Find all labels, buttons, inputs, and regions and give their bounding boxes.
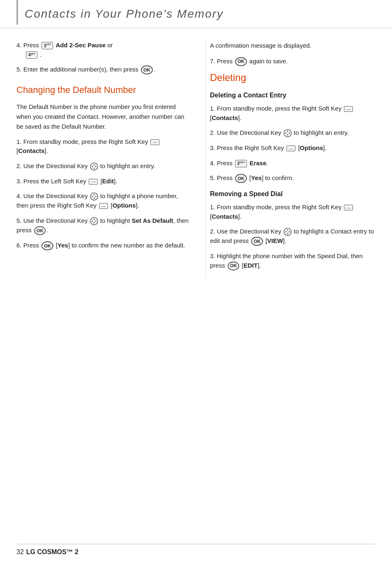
removing-speed-dial-steps: 1. From standby mode, press the Right So… xyxy=(210,203,376,270)
right-soft-key-icon xyxy=(344,106,353,112)
right-soft-key-icon xyxy=(150,139,159,145)
step-item: 4. Use the Directional Key to highlight … xyxy=(16,192,189,210)
yes-label: Yes xyxy=(58,242,68,249)
page-header: Contacts in Your Phone's Memory xyxy=(0,0,392,28)
svg-marker-16 xyxy=(287,130,288,132)
deleting-contact-heading: Deleting a Contact Entry xyxy=(210,92,376,99)
page-container: Contacts in Your Phone's Memory 4. Press… xyxy=(0,0,392,564)
body-text-default-number: The Default Number is the phone number y… xyxy=(16,102,189,132)
step-item: 3. Press the Right Soft Key [Options]. xyxy=(210,143,376,153)
changing-default-steps: 1. From standby mode, press the Right So… xyxy=(16,137,189,250)
step-num: 1. xyxy=(16,138,22,145)
svg-marker-12 xyxy=(93,222,95,224)
step-num: 1. xyxy=(210,105,215,112)
yes-label: Yes xyxy=(251,174,262,181)
deleting-heading: Deleting xyxy=(210,72,376,83)
set-as-default-label: Set As Default xyxy=(131,217,173,224)
edit-label: Edit xyxy=(102,178,114,185)
contacts-label: Contacts xyxy=(212,114,238,121)
intro-steps: 4. Press 3def Add 2-Sec Pause or 4ghi . … xyxy=(16,41,189,74)
step-num: 3. xyxy=(16,178,22,185)
svg-marker-13 xyxy=(91,220,93,222)
step-item: 3. Highlight the phone number with the S… xyxy=(210,252,376,270)
step-item: 2. Use the Directional Key to highlight … xyxy=(16,162,189,171)
deleting-contact-steps: 1. From standby mode, press the Right So… xyxy=(210,104,376,183)
right-soft-key-icon xyxy=(286,146,295,151)
right-soft-key-icon xyxy=(99,203,108,209)
contacts-label: Contacts xyxy=(212,213,238,220)
svg-marker-23 xyxy=(285,231,286,233)
ok-button-icon: OK xyxy=(34,226,46,235)
key-3def-icon: 3def xyxy=(42,42,53,49)
step-num: 2. xyxy=(16,162,22,169)
svg-marker-7 xyxy=(93,198,95,199)
key-2abc-icon: 2abc xyxy=(235,160,247,167)
svg-marker-17 xyxy=(287,134,288,136)
step-num: 3. xyxy=(210,252,215,259)
svg-marker-3 xyxy=(91,166,93,167)
ok-button-icon: OK xyxy=(251,237,263,246)
options-label: Options xyxy=(113,202,136,209)
left-column: 4. Press 3def Add 2-Sec Pause or 4ghi . … xyxy=(16,41,197,278)
ok-button-icon: OK xyxy=(235,174,247,183)
step-num: 3. xyxy=(210,144,215,151)
svg-marker-11 xyxy=(93,218,95,220)
step-num: 6. xyxy=(16,242,22,249)
right-column: A confirmation message is displayed. 7. … xyxy=(205,41,376,278)
step-item: 3. Press the Left Soft Key [Edit]. xyxy=(16,177,189,186)
brand-name: LG COSMOS™ 2 xyxy=(26,548,78,556)
content-wrapper: 4. Press 3def Add 2-Sec Pause or 4ghi . … xyxy=(0,41,392,278)
svg-marker-2 xyxy=(93,168,95,169)
add-2sec-pause-label: Add 2-Sec Pause xyxy=(55,42,106,49)
step-item: 1. From standby mode, press the Right So… xyxy=(210,104,376,123)
view-label: VIEW xyxy=(267,237,283,244)
svg-marker-22 xyxy=(287,233,288,235)
left-soft-key-icon xyxy=(89,179,98,185)
ok-button-icon: OK xyxy=(42,241,53,250)
svg-marker-6 xyxy=(93,194,95,195)
step-item: 1. From standby mode, press the Right So… xyxy=(16,137,189,156)
removing-speed-dial-heading: Removing a Speed Dial xyxy=(210,190,376,198)
step-num: 4. xyxy=(210,159,215,166)
step-num: 1. xyxy=(210,203,215,210)
directional-key-icon xyxy=(283,129,292,138)
svg-marker-1 xyxy=(93,164,95,165)
page-number: 32 xyxy=(16,548,24,556)
left-accent-bar xyxy=(16,0,18,25)
step-num: 4. xyxy=(16,192,22,199)
key-4ghi-icon: 4ghi xyxy=(26,51,37,59)
svg-marker-18 xyxy=(285,132,286,134)
step-item: 4. Press 3def Add 2-Sec Pause or 4ghi . xyxy=(16,41,189,59)
step-item: 6. Press OK [Yes] to confirm the new num… xyxy=(16,241,189,250)
step-7: 7. Press OK again to save. xyxy=(210,56,376,66)
step-num: 4. xyxy=(16,42,22,49)
right-soft-key-icon xyxy=(344,205,353,210)
svg-marker-21 xyxy=(287,229,288,231)
directional-key-icon xyxy=(90,162,99,171)
contacts-label: Contacts xyxy=(18,147,44,154)
svg-marker-24 xyxy=(289,231,291,233)
directional-key-icon xyxy=(90,217,99,226)
page-title: Contacts in Your Phone's Memory xyxy=(25,7,371,21)
step-num: 2. xyxy=(210,129,215,136)
step-item: 2. Use the Directional Key to highlight … xyxy=(210,128,376,138)
step-item: 2. Use the Directional Key to highlight … xyxy=(210,227,376,246)
svg-marker-4 xyxy=(95,166,97,167)
step-item: 5. Press OK [Yes] to confirm. xyxy=(210,173,376,183)
step-item: 4. Press 2abc Erase. xyxy=(210,159,376,168)
step-num: 5. xyxy=(16,217,22,224)
step-item: 5. Enter the additional number(s), then … xyxy=(16,65,189,74)
svg-marker-9 xyxy=(95,196,97,197)
page-footer: 32 LG COSMOS™ 2 xyxy=(16,544,376,556)
ok-button-icon: OK xyxy=(141,65,153,74)
svg-marker-8 xyxy=(91,196,93,197)
section-heading-changing-default: Changing the Default Number xyxy=(16,84,189,96)
options-label: Options xyxy=(300,144,323,151)
step-num: 2. xyxy=(210,228,215,235)
step-item: 5. Use the Directional Key to highlight … xyxy=(16,216,189,235)
step-num: 5. xyxy=(210,174,215,181)
erase-label: Erase xyxy=(249,159,266,166)
svg-marker-14 xyxy=(95,220,97,222)
step-num: 5. xyxy=(16,66,22,73)
step-item: 1. From standby mode, press the Right So… xyxy=(210,203,376,221)
